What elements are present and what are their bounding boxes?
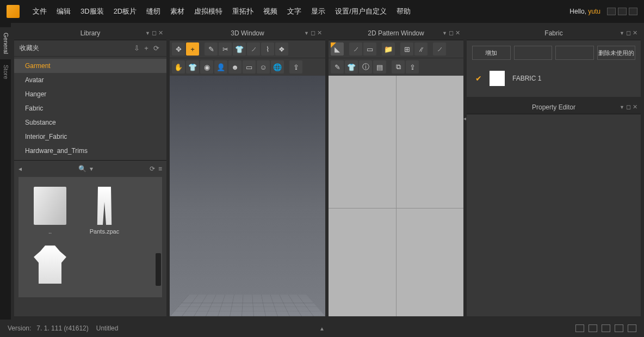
pin-tool-icon[interactable]: ⌇ [261,42,274,56]
property-editor-header: Property Editor ▼ ◻ ✕ [467,100,641,114]
face-icon[interactable]: ☻ [228,60,242,73]
menu-3d-garment[interactable]: 3D服装 [81,7,104,16]
scrollbar[interactable] [156,253,161,286]
fabric-dropdown-icon[interactable]: ▼ [620,30,624,36]
hand-icon[interactable]: ✋ [172,60,185,73]
lib-item-fabric[interactable]: Fabric [14,101,166,115]
close-button[interactable] [629,8,637,15]
tape-tool-icon[interactable]: ⟋ [247,42,260,56]
layout-5-icon[interactable] [628,324,636,332]
menu-display[interactable]: 显示 [311,7,325,16]
globe-icon[interactable]: 🌐 [271,60,284,73]
menu-edit[interactable]: 编辑 [57,7,71,16]
right-panels: Fabric ▼ ◻ ✕ 增加 删除未使用的 ✔ FABRIC 1 Proper… [467,26,641,316]
upload-icon[interactable]: ⇪ [406,60,419,73]
copy-icon[interactable]: ⧉ [392,60,405,73]
thumb-pants[interactable]: Pants.zpac [83,187,126,235]
3d-popout-icon[interactable]: ◻ [311,29,315,36]
search-icon[interactable]: 🔍 [78,165,86,173]
menu-file[interactable]: 文件 [33,7,47,16]
menu-video[interactable]: 视频 [263,7,277,16]
layer-tool-icon[interactable]: ❖ [275,42,288,56]
add-icon[interactable]: + [141,44,151,52]
layout-3-icon[interactable] [602,324,610,332]
layout-4-icon[interactable] [615,324,623,332]
shirt2d-icon[interactable]: 👕 [345,60,358,73]
3d-viewport[interactable] [170,76,325,316]
menu-2d-pattern[interactable]: 2D板片 [114,7,137,16]
select-tool-icon[interactable]: ✥ [172,42,185,56]
sew-tool-icon[interactable]: ⫽ [414,42,428,56]
fabric-btn2[interactable] [514,46,553,60]
menu-avatar[interactable]: 虚拟模特 [194,7,222,16]
measure-tool-icon[interactable]: ⟋ [433,42,446,56]
info-icon[interactable]: ⓘ [359,60,372,73]
library-close-icon[interactable]: ✕ [158,29,163,36]
hello-user: yutu [588,8,600,15]
fabric-delete-unused-button[interactable]: 删除未使用的 [597,46,636,60]
lib-item-hanger[interactable]: Hanger [14,87,166,101]
brush-tool-icon[interactable]: ✂ [219,42,232,56]
thumb-tshirt[interactable] [28,246,72,287]
draw-tool-icon[interactable]: ⟋ [349,42,362,56]
2d-close-icon[interactable]: ✕ [455,29,460,36]
open-tool-icon[interactable]: 📁 [382,42,395,56]
3d-close-icon[interactable]: ✕ [317,29,322,36]
lib-item-avatar[interactable]: Avatar [14,73,166,87]
prop-dropdown-icon[interactable]: ▼ [620,105,624,110]
layout-1-icon[interactable] [575,324,584,332]
back-icon[interactable]: ◂ [18,165,22,173]
layout-2-icon[interactable] [589,324,597,332]
sphere-icon[interactable]: ◉ [200,60,213,73]
filter-icon[interactable]: ▾ [90,165,93,173]
minimize-button[interactable] [607,8,616,15]
select2d-tool-icon[interactable]: ◣ [331,42,344,56]
thumb-up[interactable]: .. [28,187,72,235]
menu-settings[interactable]: 设置/用户自定义 [335,7,387,16]
add-tool-icon[interactable]: + [186,42,199,56]
prop-popout-icon[interactable]: ◻ [626,103,631,111]
export-icon[interactable]: ⇪ [289,60,302,73]
library-popout-icon[interactable]: ◻ [152,29,157,36]
3d-dropdown-icon[interactable]: ▼ [304,30,309,36]
menu-sewing[interactable]: 缝纫 [146,7,160,16]
folder-icon-3d[interactable]: ▭ [243,60,256,73]
expand-arrow-icon[interactable]: ◂ [463,115,466,121]
fabric-popout-icon[interactable]: ◻ [626,29,631,36]
menu-text[interactable]: 文字 [287,7,301,16]
prop-close-icon[interactable]: ✕ [633,103,637,111]
menu-materials[interactable]: 素材 [170,7,184,16]
side-tabs: General Store [0,23,11,320]
avatar-icon[interactable]: 👤 [214,60,227,73]
side-tab-store[interactable]: Store [0,59,11,84]
lib-item-substance[interactable]: Substance [14,115,166,130]
pen-tool-icon[interactable]: ✎ [205,42,218,56]
fabric-add-button[interactable]: 增加 [472,46,511,60]
lib-item-hardware-trims[interactable]: Hardware_and_Trims [14,144,166,158]
refresh-icon[interactable]: ⟳ [151,44,161,52]
download-icon[interactable]: ⇩ [132,44,141,52]
2d-dropdown-icon[interactable]: ▼ [442,30,447,36]
head-icon[interactable]: ☺ [257,60,270,73]
menu-retopo[interactable]: 重拓扑 [232,7,253,16]
grid-tool-icon[interactable]: ⊞ [400,42,413,56]
lib-item-garment[interactable]: Garment [14,59,166,73]
reload-icon[interactable]: ⟳ [150,165,155,173]
2d-popout-icon[interactable]: ◻ [449,29,454,36]
rect-tool-icon[interactable]: ▭ [363,42,376,56]
fabric-close-icon[interactable]: ✕ [633,29,637,36]
garment-tool-icon[interactable]: 👕 [233,42,246,56]
fabric-btn3[interactable] [555,46,594,60]
shirt-icon[interactable]: 👕 [186,60,199,73]
2d-viewport[interactable] [329,76,463,316]
table-icon[interactable]: ▤ [373,60,386,73]
center-arrow-icon[interactable]: ▲ [319,326,325,332]
maximize-button[interactable] [618,8,627,15]
fabric-item-1[interactable]: ✔ FABRIC 1 [475,71,632,86]
side-tab-general[interactable]: General [0,27,11,59]
menu-help[interactable]: 帮助 [397,7,411,16]
list-icon[interactable]: ≡ [158,165,162,173]
library-dropdown-icon[interactable]: ▼ [145,30,150,36]
edit-icon[interactable]: ✎ [331,60,344,73]
lib-item-interior-fabric[interactable]: Interior_Fabric [14,130,166,144]
